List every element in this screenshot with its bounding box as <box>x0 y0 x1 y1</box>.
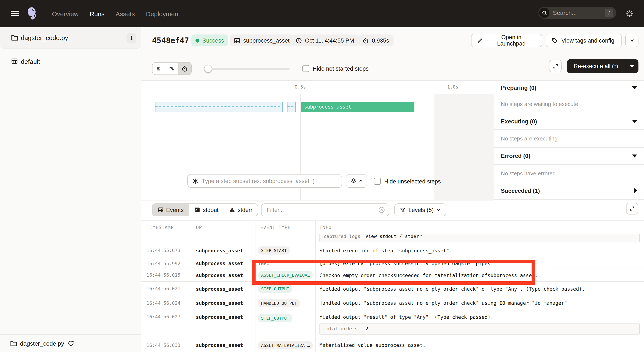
column-header: OP <box>196 221 202 235</box>
gantt-waiting-segment <box>154 102 283 112</box>
clear-filter-icon[interactable] <box>378 206 385 213</box>
gantt-zoom-slider-handle[interactable] <box>204 65 212 73</box>
caret-down-icon <box>630 65 634 67</box>
hamburger-menu-icon[interactable] <box>11 11 19 16</box>
gantt-view-mode-toggle <box>152 62 192 75</box>
hide-unselected-label: Hide unselected steps <box>384 178 441 185</box>
event-type-badge[interactable]: STEP_START <box>258 246 290 255</box>
section-succeeded[interactable]: Succeeded (1) <box>494 182 644 200</box>
log-row-partial: captured_logs View stdout / stderr <box>142 234 644 243</box>
run-duration: 0.935s <box>358 34 393 46</box>
run-start-time: Oct 11, 4:44:55 PM <box>291 34 358 46</box>
run-header: 4548ef47 Success subprocess_asset Oct 11… <box>142 27 644 81</box>
column-divider <box>192 221 192 352</box>
reexecute-dropdown-button[interactable] <box>625 59 638 73</box>
gantt-flat-view-button[interactable] <box>152 62 166 74</box>
hide-not-started-checkbox[interactable] <box>302 65 309 72</box>
table-icon <box>158 207 164 213</box>
column-divider <box>315 221 316 352</box>
code-location-label: dagster_code.py <box>21 34 68 41</box>
tab-events[interactable]: Events <box>152 204 189 216</box>
folder-icon <box>11 34 18 41</box>
view-stdout-stderr-link[interactable]: View stdout / stderr <box>361 234 426 242</box>
tab-stderr[interactable]: stderr <box>224 204 258 216</box>
section-executing[interactable]: Executing (0) <box>494 113 644 130</box>
check-name-link[interactable]: no_empty_order_check <box>334 272 393 278</box>
nav-deployment[interactable]: Deployment <box>146 10 180 17</box>
log-level-label: INFO <box>258 261 270 266</box>
gantt-zoom-slider[interactable] <box>204 68 290 70</box>
search-input[interactable] <box>550 9 605 16</box>
refresh-icon[interactable] <box>68 340 74 347</box>
run-id: 4548ef47 <box>152 36 189 45</box>
column-divider <box>256 221 256 352</box>
dagster-run-page: Overview Runs Assets Deployment / dagste… <box>0 0 644 352</box>
gantt-waiting-segment <box>287 102 296 112</box>
gear-icon[interactable] <box>625 9 634 18</box>
levels-filter-button[interactable]: Levels (5) <box>394 203 446 216</box>
caret-down-icon <box>632 154 637 157</box>
view-tags-config-button[interactable]: View tags and config <box>546 34 622 47</box>
caret-down-icon <box>632 120 637 123</box>
dagster-logo-icon[interactable] <box>25 6 39 21</box>
log-filter-input[interactable] <box>262 207 378 213</box>
log-row-asset-materialization: 16:44:56.033 subprocess_asset ASSET_MATE… <box>142 338 644 352</box>
gantt-waterfall-view-button[interactable] <box>166 62 178 74</box>
event-type-badge[interactable]: ASSET_CHECK_EVALUA… <box>258 271 313 279</box>
log-table-header: TIMESTAMP OP EVENT TYPE INFO <box>142 221 644 234</box>
nav-links: Overview Runs Assets Deployment <box>52 0 180 27</box>
asset-grid-icon <box>234 37 240 44</box>
log-row-step-start: 16:44:55.673 subprocess_asset STEP_START… <box>142 243 644 258</box>
folder-icon <box>10 340 17 346</box>
logs-fullscreen-button[interactable] <box>626 203 638 215</box>
tab-stdout[interactable]: stdout <box>189 204 224 216</box>
pencil-icon <box>477 37 483 43</box>
hide-unselected-checkbox[interactable] <box>374 178 381 185</box>
step-subset-field <box>188 174 342 188</box>
event-type-badge[interactable]: HANDLED_OUTPUT <box>258 299 300 307</box>
run-status-badge: Success <box>191 34 228 46</box>
sidebar-item-default-job[interactable]: default <box>0 54 142 68</box>
event-type-badge[interactable]: STEP_OUTPUT <box>258 314 292 322</box>
layers-icon <box>350 178 356 184</box>
gantt-after-run-region <box>434 94 494 200</box>
open-in-launchpad-button[interactable]: Open in Launchpad <box>471 34 542 47</box>
caret-up-icon <box>358 179 363 183</box>
sidebar-code-location[interactable]: dagster_code.py 1 <box>0 27 142 48</box>
footer-location-label: dagster_code.py <box>20 340 64 347</box>
warning-icon <box>229 207 235 213</box>
asset-tag[interactable]: subprocess_asset <box>230 34 294 46</box>
step-subset-input[interactable] <box>198 178 342 184</box>
job-grid-icon <box>11 58 18 65</box>
graph-query-options-button[interactable] <box>346 174 367 188</box>
main-panel: 4548ef47 Success subprocess_asset Oct 11… <box>142 27 644 352</box>
timeline-tick: 0.5s <box>291 84 310 90</box>
chevron-down-icon <box>437 208 441 212</box>
job-label: default <box>21 58 40 65</box>
nav-runs[interactable]: Runs <box>90 10 104 17</box>
left-sidebar: dagster_code.py 1 default dagster_code.p… <box>0 27 142 352</box>
funnel-icon <box>400 207 406 213</box>
gridline <box>453 94 453 200</box>
section-preparing[interactable]: Preparing (0) <box>494 81 644 95</box>
global-search[interactable]: / <box>538 7 616 19</box>
log-filter-field <box>261 203 389 216</box>
log-row-step-output-result: 16:44:56.027 subprocess_asset STEP_OUTPU… <box>142 310 644 338</box>
terminal-icon <box>194 207 200 213</box>
gantt-timed-view-button[interactable] <box>178 62 191 74</box>
log-view-tabs: Events stdout stderr <box>152 203 258 216</box>
event-type-badge[interactable]: ASSET_MATERIALIZAT… <box>258 341 313 349</box>
nav-assets[interactable]: Assets <box>116 10 135 17</box>
reexecute-all-button[interactable]: Re-execute all (*) <box>567 59 638 73</box>
gantt-fullscreen-button[interactable] <box>549 60 562 72</box>
gantt-bar-subprocess-asset[interactable]: subprocess_asset <box>301 102 414 112</box>
hide-not-started-label: Hide not started steps <box>313 65 369 72</box>
nav-overview[interactable]: Overview <box>52 10 78 17</box>
chevron-down-icon <box>629 38 634 43</box>
asset-link[interactable]: subprocess_asset <box>488 272 535 278</box>
metadata-table: total_orders 2 <box>320 324 640 335</box>
section-errored[interactable]: Errored (0) <box>494 148 644 165</box>
event-type-badge[interactable]: STEP_OUTPUT <box>258 285 292 293</box>
run-actions-dropdown-button[interactable] <box>625 34 638 47</box>
caret-right-icon <box>634 188 637 193</box>
